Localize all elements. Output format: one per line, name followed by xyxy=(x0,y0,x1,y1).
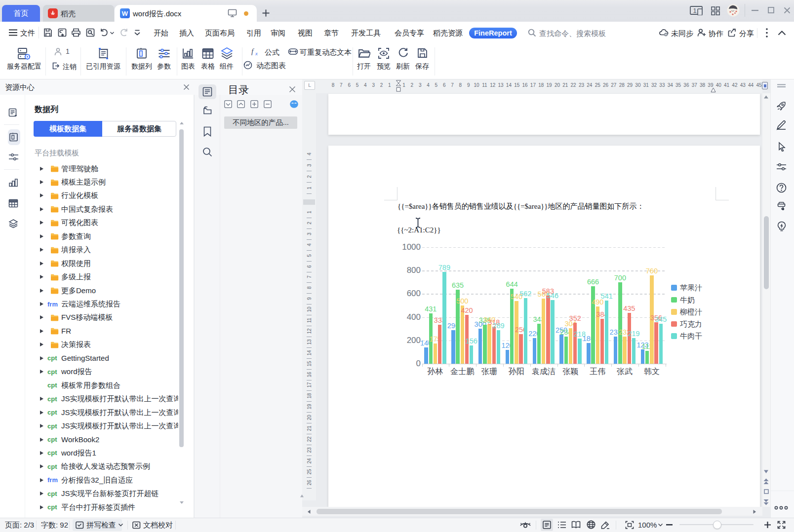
svg-text:1: 1 xyxy=(693,7,696,14)
svg-text:x: x xyxy=(255,50,258,56)
svg-text:f: f xyxy=(251,47,254,55)
